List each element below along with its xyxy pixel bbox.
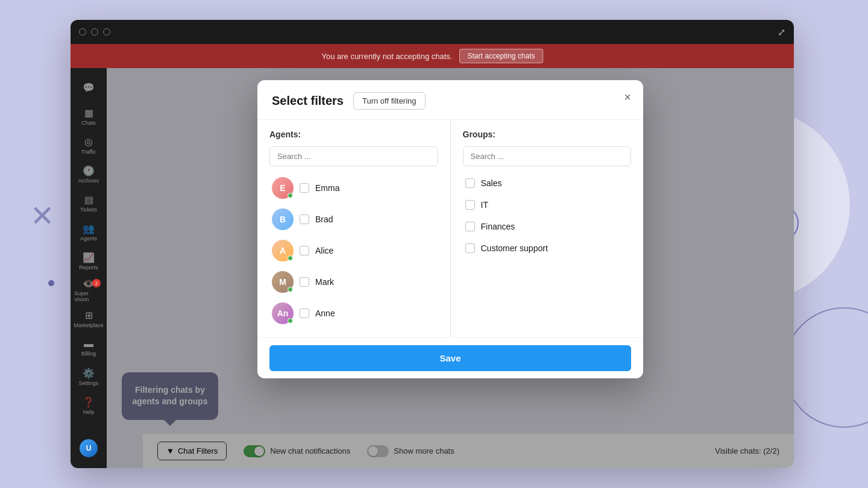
agents-icon: 👥 [83, 223, 95, 234]
sidebar-item-reports[interactable]: 📈 Reports [74, 248, 103, 274]
group-row-finances[interactable]: Finances [463, 217, 632, 236]
agent-checkbox-brad[interactable] [300, 214, 309, 224]
marketplace-icon: ⊞ [85, 310, 93, 321]
billing-icon: ▬ [84, 339, 93, 349]
sidebar-item-supervise[interactable]: 👁️ 2 Super Vision [74, 277, 103, 303]
agent-name-anne: Anne [315, 308, 335, 318]
group-checkbox-customer-support[interactable] [465, 243, 475, 253]
agent-checkbox-mark[interactable] [300, 277, 309, 287]
online-indicator-mark [288, 287, 293, 292]
sidebar-label-agents: Agents [80, 236, 97, 242]
agent-avatar-wrap-anne: An [272, 302, 294, 324]
modal-footer: Save [257, 337, 643, 378]
bg-dot-1 [48, 280, 54, 286]
online-indicator-anne [288, 318, 293, 324]
sidebar-item-chats2[interactable]: ▦ Chats [74, 103, 103, 130]
main-content: Filtering chats by agents and groups Sel… [107, 68, 794, 468]
groups-column-title: Groups: [463, 130, 632, 139]
modal-title: Select filters [272, 94, 344, 108]
dot-close[interactable] [79, 28, 86, 36]
select-filters-modal: Select filters Turn off filtering × Agen… [257, 80, 643, 378]
app-window: ⤢ You are currently not accepting chats.… [71, 20, 794, 468]
agent-row-alice[interactable]: A Alice [269, 236, 438, 265]
agent-avatar-brad: B [272, 208, 294, 230]
sidebar-label-marketplace: Marketplace [74, 322, 103, 328]
start-accepting-button[interactable]: Start accepting chats [459, 49, 542, 63]
agent-avatar-wrap-mark: M [272, 271, 294, 293]
sidebar-label-supervise: Super Vision [74, 290, 103, 302]
reports-icon: 📈 [83, 252, 95, 263]
sidebar-item-archives[interactable]: 🕐 Archives [74, 161, 103, 187]
traffic-icon: ◎ [84, 136, 93, 148]
sidebar-label-archives: Archives [78, 178, 99, 184]
chats2-icon: ▦ [84, 107, 93, 119]
agent-name-mark: Mark [315, 277, 334, 287]
agents-column-title: Agents: [269, 130, 438, 139]
group-checkbox-it[interactable] [465, 200, 475, 210]
archives-icon: 🕐 [83, 165, 95, 177]
sidebar-label-tickets: Tickets [80, 207, 97, 213]
sidebar-item-chats[interactable]: 💬 [74, 74, 103, 101]
sidebar: 💬 ▦ Chats ◎ Traffic 🕐 Archives ▤ Tickets… [71, 68, 107, 468]
sidebar-label-settings: Settings [79, 380, 99, 386]
bg-arc [784, 307, 868, 428]
modal-close-button[interactable]: × [624, 91, 631, 103]
agent-name-brad: Brad [315, 214, 333, 224]
group-name-it: IT [481, 200, 488, 210]
sidebar-item-agents[interactable]: 👥 Agents [74, 219, 103, 245]
agents-column: Agents: E Emma [257, 120, 450, 337]
sidebar-item-traffic[interactable]: ◎ Traffic [74, 132, 103, 158]
modal-header: Select filters Turn off filtering × [257, 80, 643, 120]
turn-off-filtering-button[interactable]: Turn off filtering [353, 92, 426, 110]
group-row-it[interactable]: IT [463, 195, 632, 214]
user-avatar[interactable]: U [80, 439, 98, 457]
dot-maximize[interactable] [103, 28, 110, 36]
agent-row-anne[interactable]: An Anne [269, 299, 438, 328]
sidebar-label-reports: Reports [79, 264, 98, 271]
agent-name-emma: Emma [315, 183, 339, 193]
sidebar-item-billing[interactable]: ▬ Billing [74, 334, 103, 361]
agent-row-brad[interactable]: B Brad [269, 205, 438, 234]
agent-checkbox-alice[interactable] [300, 246, 309, 255]
agents-list: E Emma B [269, 174, 438, 328]
group-name-customer-support: Customer support [481, 243, 548, 253]
title-bar: ⤢ [71, 20, 794, 44]
online-indicator-emma [288, 193, 293, 198]
help-icon: ❓ [83, 396, 95, 408]
chat-icon: 💬 [83, 82, 95, 93]
group-name-sales: Sales [481, 178, 502, 188]
sidebar-item-marketplace[interactable]: ⊞ Marketplace [74, 305, 103, 332]
save-button[interactable]: Save [269, 345, 631, 371]
group-row-customer-support[interactable]: Customer support [463, 239, 632, 258]
online-indicator-alice [288, 255, 293, 261]
modal-body: Agents: E Emma [257, 120, 643, 337]
groups-list: Sales IT Finances [463, 174, 632, 258]
expand-icon[interactable]: ⤢ [778, 27, 785, 38]
window-controls [79, 28, 110, 36]
group-checkbox-sales[interactable] [465, 178, 475, 188]
sidebar-item-settings[interactable]: ⚙️ Settings [74, 363, 103, 390]
groups-column: Groups: Sales IT [450, 120, 644, 337]
group-checkbox-finances[interactable] [465, 222, 475, 231]
group-name-finances: Finances [481, 222, 515, 231]
agents-search-input[interactable] [269, 146, 438, 166]
agent-checkbox-anne[interactable] [300, 308, 309, 318]
sidebar-label-chats: Chats [81, 120, 96, 126]
group-row-sales[interactable]: Sales [463, 174, 632, 193]
dot-minimize[interactable] [91, 28, 98, 36]
groups-search-input[interactable] [463, 146, 632, 166]
bg-x-shape: ✕ [30, 199, 54, 233]
sidebar-label-billing: Billing [81, 351, 96, 357]
notif-message: You are currently not accepting chats. [321, 52, 452, 61]
agent-avatar-wrap-emma: E [272, 177, 294, 199]
notification-bar: You are currently not accepting chats. S… [71, 44, 794, 68]
modal-overlay: Select filters Turn off filtering × Agen… [107, 68, 794, 468]
settings-icon: ⚙️ [83, 368, 95, 379]
agent-row-mark[interactable]: M Mark [269, 267, 438, 296]
sidebar-item-help[interactable]: ❓ Help [74, 392, 103, 419]
supervise-badge: 2 [92, 279, 101, 287]
main-layout: 💬 ▦ Chats ◎ Traffic 🕐 Archives ▤ Tickets… [71, 68, 794, 468]
agent-row-emma[interactable]: E Emma [269, 174, 438, 202]
sidebar-item-tickets[interactable]: ▤ Tickets [74, 190, 103, 216]
agent-checkbox-emma[interactable] [300, 183, 309, 193]
